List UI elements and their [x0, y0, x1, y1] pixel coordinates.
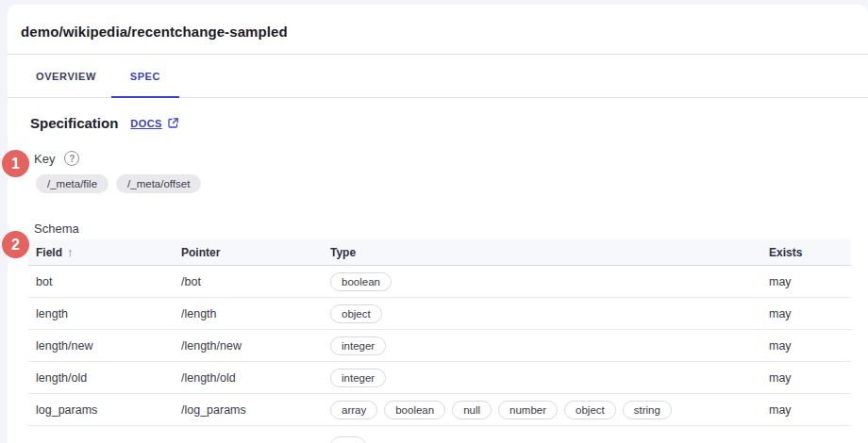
page-title: demo/wikipedia/recentchange-sampled: [21, 24, 855, 40]
external-link-icon: [167, 117, 179, 129]
tab-overview[interactable]: OVERVIEW: [21, 55, 111, 97]
tab-spec[interactable]: SPEC: [111, 55, 179, 97]
column-header-pointer: Pointer: [181, 246, 330, 259]
page-background: 1 2 demo/wikipedia/recentchange-sampled …: [0, 0, 868, 443]
column-header-exists: Exists: [769, 246, 851, 259]
docs-link[interactable]: DOCS: [130, 117, 178, 129]
type-chip: number: [498, 401, 558, 419]
type-cell: object: [330, 304, 769, 323]
docs-link-label: DOCS: [130, 118, 161, 129]
key-section: Key ?: [34, 151, 851, 166]
type-chip: string: [623, 401, 672, 419]
column-header-field[interactable]: Field ↑: [28, 245, 181, 259]
exists-cell: may: [769, 307, 851, 320]
pointer-cell: /log_params: [181, 403, 330, 417]
sort-ascending-icon: ↑: [67, 245, 74, 259]
exists-cell: may: [769, 339, 851, 353]
schema-table: Field ↑ Pointer Type Exists bot /bot boo…: [28, 239, 851, 443]
type-chip: integer: [330, 369, 386, 387]
pointer-cell: /bot: [181, 275, 330, 288]
specification-heading: Specification: [30, 115, 118, 131]
annotation-badge-2: 2: [2, 231, 29, 258]
table-row: length /length object may: [28, 298, 851, 330]
type-cell: integer: [330, 336, 769, 355]
pointer-cell: /length/new: [181, 339, 330, 353]
exists-cell: may: [769, 371, 851, 385]
type-chip: [330, 436, 366, 443]
field-cell: length/new: [28, 339, 181, 353]
key-chip-list: /_meta/file /_meta/offset: [36, 174, 851, 193]
field-cell: length/old: [28, 371, 181, 385]
type-chip: array: [330, 401, 377, 419]
column-header-field-label: Field: [36, 246, 62, 259]
table-row: length/old /length/old integer may: [28, 362, 851, 394]
card-header: demo/wikipedia/recentchange-sampled: [8, 5, 868, 55]
type-chip: boolean: [330, 272, 392, 291]
exists-cell: may: [769, 403, 851, 417]
field-cell: length: [28, 307, 181, 320]
key-chip: /_meta/file: [36, 174, 108, 193]
help-icon[interactable]: ?: [64, 151, 79, 166]
exists-cell: may: [769, 275, 851, 288]
table-row: bot /bot boolean may: [28, 266, 851, 298]
type-chip: object: [564, 401, 616, 419]
schema-label: Schema: [34, 222, 851, 236]
key-label: Key: [34, 152, 55, 166]
column-header-type: Type: [330, 246, 769, 259]
collection-detail-card: demo/wikipedia/recentchange-sampled OVER…: [8, 5, 868, 443]
table-row: length/new /length/new integer may: [28, 330, 851, 362]
type-chip: object: [330, 304, 382, 323]
type-cell: array boolean null number object string: [330, 401, 769, 419]
type-chip: null: [452, 401, 492, 419]
type-cell: boolean: [330, 272, 769, 291]
pointer-cell: /length: [181, 307, 330, 320]
table-row: log_params /log_params array boolean nul…: [28, 394, 851, 426]
spec-section: Specification DOCS Key ? /: [8, 98, 868, 443]
type-chip: boolean: [384, 401, 445, 419]
table-row-partial: [28, 426, 851, 443]
table-header-row: Field ↑ Pointer Type Exists: [28, 239, 851, 266]
type-chip: integer: [330, 336, 386, 355]
tab-bar: OVERVIEW SPEC: [8, 55, 868, 98]
key-chip: /_meta/offset: [116, 174, 201, 193]
pointer-cell: /length/old: [181, 371, 330, 385]
field-cell: bot: [28, 275, 181, 288]
type-cell: integer: [330, 369, 769, 387]
field-cell: log_params: [28, 403, 181, 417]
annotation-badge-1: 1: [2, 150, 29, 177]
